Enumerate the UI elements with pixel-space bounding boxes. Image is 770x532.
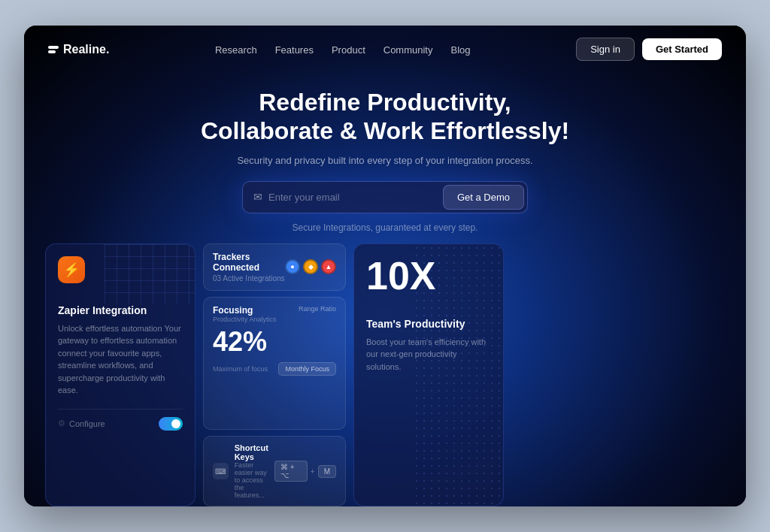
- focusing-sub: Productivity Analytics: [213, 316, 277, 323]
- zapier-icon: ⚡: [58, 256, 85, 283]
- signin-button[interactable]: Sign in: [576, 38, 635, 61]
- monthly-focus-button[interactable]: Monthly Focus: [278, 362, 336, 376]
- focusing-title: Focusing: [213, 305, 277, 316]
- configure-bar: ⚙ Configure: [58, 409, 183, 431]
- trackers-card: Trackers Connected 03 Active Integration…: [203, 243, 346, 291]
- zapier-card: ⚡ Zapier Integration Unlock effortless a…: [45, 243, 196, 506]
- focusing-header: Focusing Productivity Analytics Range Ra…: [213, 305, 336, 323]
- nav-research[interactable]: Research: [215, 44, 257, 56]
- tracker-dot-2: ◆: [303, 259, 318, 274]
- nav-actions: Sign in Get Started: [576, 38, 722, 61]
- logo: Realine.: [48, 43, 109, 56]
- max-focus: Maximum of focus: [213, 365, 268, 373]
- hero-section: Redefine Productivity, Collaborate & Wor…: [24, 73, 746, 233]
- email-icon: ✉: [253, 191, 262, 203]
- focusing-footer: Maximum of focus Monthly Focus: [213, 362, 336, 376]
- productivity-title: Team's Productivity: [366, 318, 491, 330]
- tracker-dot-3: ▲: [321, 259, 336, 274]
- secure-text: Secure Integrations, guaranteed at every…: [293, 222, 478, 233]
- trackers-sub: 03 Active Integrations: [213, 274, 285, 283]
- get-demo-button[interactable]: Get a Demo: [443, 185, 524, 210]
- shortcut-content: Shortcut Keys Faster easier way to acces…: [235, 443, 268, 499]
- trackers-top: Trackers Connected 03 Active Integration…: [213, 252, 336, 283]
- productivity-description: Boost your team's efficiency with our ne…: [366, 336, 491, 373]
- tracker-icons: ● ◆ ▲: [285, 259, 336, 274]
- hero-subtitle: Security and privacy built into every st…: [237, 155, 532, 166]
- email-input[interactable]: [268, 192, 443, 203]
- key-badge-2: M: [318, 465, 336, 478]
- tracker-dot-1: ●: [285, 259, 300, 274]
- range-label: Range Ratio: [299, 305, 336, 313]
- get-started-button[interactable]: Get Started: [642, 38, 722, 60]
- email-form: ✉ Get a Demo: [242, 181, 528, 213]
- shortcuts-bar: ⌨ Shortcut Keys Faster easier way to acc…: [203, 436, 346, 506]
- shortcut-keys: ⌘ + ⌥ + M: [274, 461, 336, 482]
- cards-section: ⚡ Zapier Integration Unlock effortless a…: [24, 233, 746, 506]
- ten-x-value: 10X: [366, 256, 491, 295]
- key-badge-1: ⌘ + ⌥: [274, 461, 308, 482]
- percent-value: 42%: [213, 326, 336, 358]
- focusing-card: Focusing Productivity Analytics Range Ra…: [203, 297, 346, 430]
- zapier-title: Zapier Integration: [58, 304, 183, 316]
- analytics-column: Trackers Connected 03 Active Integration…: [203, 243, 346, 506]
- shortcut-sub: Faster easier way to access the features…: [235, 461, 268, 499]
- logo-icon: [48, 46, 59, 53]
- toggle[interactable]: [159, 417, 183, 431]
- grid-bg: [105, 244, 195, 304]
- browser-window: Realine. Research Features Product Commu…: [24, 26, 746, 506]
- nav-features[interactable]: Features: [275, 44, 314, 56]
- navbar: Realine. Research Features Product Commu…: [24, 26, 746, 73]
- key-plus: +: [311, 467, 315, 476]
- trackers-title: Trackers Connected: [213, 252, 285, 273]
- nav-community[interactable]: Community: [383, 44, 433, 56]
- shortcut-title: Shortcut Keys: [235, 443, 268, 461]
- page: Realine. Research Features Product Commu…: [24, 26, 746, 506]
- hero-title: Redefine Productivity, Collaborate & Wor…: [201, 88, 569, 146]
- nav-product[interactable]: Product: [332, 44, 365, 56]
- zapier-description: Unlock effortless automation Your gatewa…: [58, 322, 183, 397]
- brand-name: Realine.: [63, 43, 109, 56]
- nav-links: Research Features Product Community Blog: [215, 43, 471, 56]
- shortcut-icon: ⌨: [213, 463, 229, 479]
- nav-blog[interactable]: Blog: [451, 44, 471, 56]
- configure-label: ⚙ Configure: [58, 419, 105, 428]
- productivity-card: 10X Team's Productivity Boost your team'…: [353, 243, 504, 506]
